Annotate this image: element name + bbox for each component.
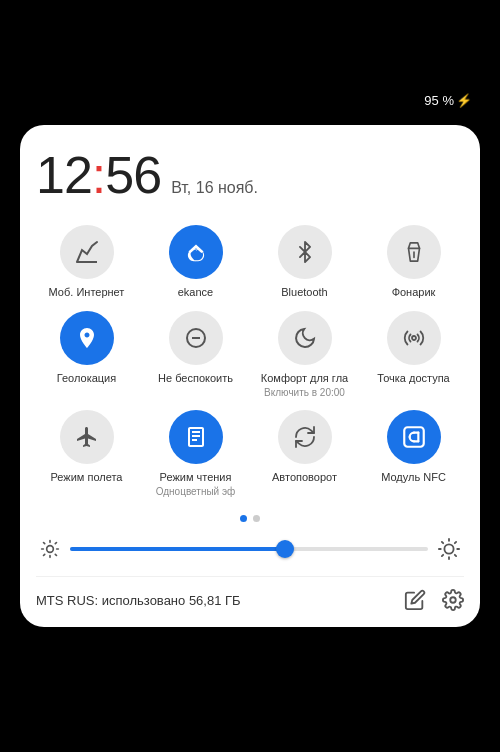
- tile-icon-dnd: [169, 311, 223, 365]
- tile-sublabel-reading: Одноцветный эф: [156, 486, 236, 497]
- tile-hotspot[interactable]: Точка доступа: [363, 311, 464, 398]
- tile-geolocation[interactable]: Геолокация: [36, 311, 137, 398]
- tile-icon-reading: [169, 410, 223, 464]
- svg-point-4: [412, 336, 416, 340]
- svg-line-22: [455, 555, 456, 556]
- brightness-fill: [70, 547, 285, 551]
- tile-icon-mobile: [60, 225, 114, 279]
- svg-marker-0: [188, 244, 203, 253]
- tile-label-airplane: Режим полета: [50, 470, 122, 484]
- tile-icon-bluetooth: [278, 225, 332, 279]
- tile-autorotate[interactable]: Автоповорот: [254, 410, 355, 497]
- brightness-slider[interactable]: [70, 547, 428, 551]
- tile-label-nfc: Модуль NFC: [381, 470, 446, 484]
- tile-flashlight[interactable]: Фонарик: [363, 225, 464, 299]
- battery-icon: ⚡: [456, 93, 472, 108]
- brightness-low-icon: [40, 539, 60, 559]
- tile-label-reading: Режим чтения: [160, 470, 232, 484]
- svg-line-16: [44, 555, 45, 556]
- tile-label-mobile: Моб. Интернет: [49, 285, 125, 299]
- tile-icon-location: [60, 311, 114, 365]
- settings-button[interactable]: [442, 589, 464, 611]
- tile-bluetooth[interactable]: Bluetooth: [254, 225, 355, 299]
- tile-ekance[interactable]: ekance: [145, 225, 246, 299]
- tile-icon-airplane: [60, 410, 114, 464]
- tile-icon-wifi: [169, 225, 223, 279]
- tile-comfort-eyes[interactable]: Комфорт для гла Включить в 20:00: [254, 311, 355, 398]
- tile-icon-nfc: [387, 410, 441, 464]
- svg-line-25: [442, 555, 443, 556]
- svg-point-9: [47, 546, 54, 553]
- tile-label-autorotate: Автоповорот: [272, 470, 337, 484]
- tile-airplane[interactable]: Режим полета: [36, 410, 137, 497]
- svg-line-21: [442, 542, 443, 543]
- clock: 12:56: [36, 145, 161, 205]
- tile-mobile-internet[interactable]: Моб. Интернет: [36, 225, 137, 299]
- dot-1: [240, 515, 247, 522]
- clock-minutes: 56: [105, 146, 161, 204]
- tile-dnd[interactable]: Не беспокоить: [145, 311, 246, 398]
- svg-rect-5: [404, 427, 424, 447]
- page-indicator: [36, 515, 464, 522]
- clock-hours: 12: [36, 146, 92, 204]
- battery-percent: 95 %: [424, 93, 454, 108]
- tile-nfc[interactable]: Модуль NFC: [363, 410, 464, 497]
- svg-line-13: [55, 555, 56, 556]
- tile-sublabel-comfort: Включить в 20:00: [264, 387, 345, 398]
- date: Вт, 16 нояб.: [171, 179, 258, 197]
- status-bar: 95 % ⚡: [424, 93, 472, 108]
- brightness-row: [36, 538, 464, 560]
- tile-label-comfort: Комфорт для гла: [261, 371, 348, 385]
- brightness-thumb: [276, 540, 294, 558]
- footer-row: MTS RUS: использовано 56,81 ГБ: [36, 576, 464, 611]
- svg-line-26: [455, 542, 456, 543]
- tile-label-dnd: Не беспокоить: [158, 371, 233, 385]
- footer-icons: [404, 589, 464, 611]
- tile-icon-moon: [278, 311, 332, 365]
- svg-point-18: [444, 545, 453, 554]
- tile-label-hotspot: Точка доступа: [377, 371, 449, 385]
- tile-label-ekance: ekance: [178, 285, 213, 299]
- edit-button[interactable]: [404, 589, 426, 611]
- svg-point-27: [450, 598, 456, 604]
- tile-icon-hotspot: [387, 311, 441, 365]
- clock-row: 12:56 Вт, 16 нояб.: [36, 145, 464, 205]
- tile-reading[interactable]: Режим чтения Одноцветный эф: [145, 410, 246, 497]
- tile-icon-flashlight: [387, 225, 441, 279]
- tile-label-bluetooth: Bluetooth: [281, 285, 327, 299]
- clock-colon: :: [92, 146, 105, 204]
- dot-2: [253, 515, 260, 522]
- tiles-grid: Моб. Интернет ekance Bluetooth Фонарик: [36, 225, 464, 498]
- svg-line-17: [55, 543, 56, 544]
- tile-label-geolocation: Геолокация: [57, 371, 116, 385]
- footer-text: MTS RUS: использовано 56,81 ГБ: [36, 593, 241, 608]
- brightness-high-icon: [438, 538, 460, 560]
- quick-settings-panel: 95 % ⚡ 12:56 Вт, 16 нояб. Моб. Интернет …: [20, 125, 480, 628]
- svg-line-12: [44, 543, 45, 544]
- tile-icon-rotate: [278, 410, 332, 464]
- tile-label-flashlight: Фонарик: [392, 285, 436, 299]
